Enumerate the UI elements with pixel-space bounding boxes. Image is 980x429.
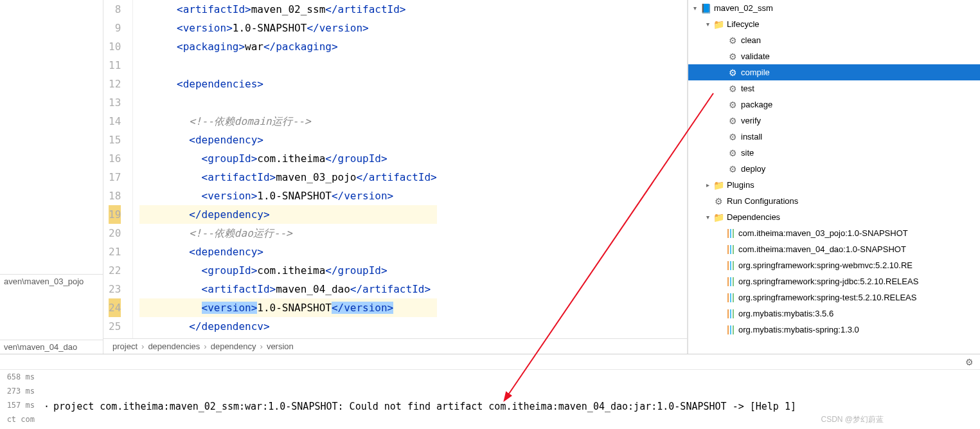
gear-icon: ⚙	[727, 51, 738, 62]
code-body[interactable]: <artifactId>maven_02_ssm</artifactId> <v…	[133, 0, 443, 338]
maven-dependencies-node[interactable]: ▾ 📁 Dependencies	[688, 209, 980, 225]
lifecycle-clean[interactable]: ⚙clean	[688, 32, 980, 48]
gear-icon: ⚙	[727, 99, 738, 111]
gear-icon: ⚙	[727, 67, 738, 78]
library-icon	[727, 277, 736, 286]
dependency-item[interactable]: org.mybatis:mybatis-spring:1.3.0	[688, 322, 980, 338]
gear-icon: ⚙	[727, 147, 738, 159]
lifecycle-verify[interactable]: ⚙verify	[688, 113, 980, 129]
lifecycle-install[interactable]: ⚙install	[688, 129, 980, 145]
project-tab-1[interactable]: aven\maven_03_pojo	[0, 274, 103, 288]
library-icon	[727, 293, 736, 302]
gear-icon: ⚙	[727, 131, 738, 143]
gear-icon[interactable]: ⚙	[965, 357, 974, 367]
dependency-item[interactable]: org.springframework:spring-jdbc:5.2.10.R…	[688, 273, 980, 289]
chevron-right-icon[interactable]: ▸	[702, 181, 713, 188]
lifecycle-site[interactable]: ⚙site	[688, 145, 980, 161]
maven-root[interactable]: ▾ 📘 maven_02_ssm	[688, 0, 980, 16]
maven-run-config-node[interactable]: ⚙ Run Configurations	[688, 193, 980, 209]
code-editor[interactable]: 8910111213141516171819202122232425 <arti…	[103, 0, 688, 354]
lifecycle-validate[interactable]: ⚙validate	[688, 48, 980, 64]
project-tab-2[interactable]: ven\maven_04_dao	[0, 340, 103, 354]
maven-panel: ▾ 📘 maven_02_ssm ▾ 📁 Lifecycle ⚙clean⚙va…	[688, 0, 980, 354]
breadcrumb[interactable]: project›dependencies›dependency›version	[103, 338, 687, 354]
watermark: CSDN @梦幻蔚蓝	[821, 414, 884, 425]
dependency-item[interactable]: com.itheima:maven_03_pojo:1.0-SNAPSHOT	[688, 225, 980, 241]
library-icon	[727, 261, 736, 270]
lifecycle-deploy[interactable]: ⚙deploy	[688, 161, 980, 177]
folder-icon: 📁	[713, 19, 724, 30]
library-icon	[727, 245, 736, 254]
lifecycle-compile[interactable]: ⚙compile	[688, 64, 980, 80]
library-icon	[727, 229, 736, 238]
maven-plugins-node[interactable]: ▸ 📁 Plugins	[688, 177, 980, 193]
gear-icon: ⚙	[727, 163, 738, 175]
dependency-item[interactable]: org.springframework:spring-test:5.2.10.R…	[688, 289, 980, 306]
lifecycle-package[interactable]: ⚙package	[688, 96, 980, 113]
left-project-gutter: aven\maven_03_pojo ven\maven_04_dao	[0, 0, 103, 354]
line-number-gutter: 8910111213141516171819202122232425	[103, 0, 133, 338]
dependency-item[interactable]: com.itheima:maven_04_dao:1.0-SNAPSHOT	[688, 241, 980, 257]
gear-icon: ⚙	[713, 196, 724, 207]
folder-icon: 📁	[713, 212, 724, 223]
lifecycle-test[interactable]: ⚙test	[688, 80, 980, 96]
chevron-down-icon[interactable]: ▾	[702, 214, 713, 221]
library-icon	[727, 309, 736, 318]
gear-icon: ⚙	[727, 115, 738, 127]
gear-icon: ⚙	[727, 83, 738, 95]
maven-lifecycle-node[interactable]: ▾ 📁 Lifecycle	[688, 16, 980, 32]
dependency-item[interactable]: org.mybatis:mybatis:3.5.6	[688, 306, 980, 322]
folder-icon: 📁	[713, 179, 724, 191]
gear-icon: ⚙	[727, 35, 738, 46]
dependency-item[interactable]: org.springframework:spring-webmvc:5.2.10…	[688, 257, 980, 273]
build-timings: 658 ms273 ms157 msct com	[0, 370, 39, 429]
chevron-down-icon[interactable]: ▾	[690, 5, 700, 12]
chevron-down-icon[interactable]: ▾	[702, 21, 713, 28]
library-icon	[727, 325, 736, 334]
console-output[interactable]: ·project com.itheima:maven_02_ssm:war:1.…	[39, 370, 801, 429]
maven-module-icon: 📘	[700, 3, 711, 14]
